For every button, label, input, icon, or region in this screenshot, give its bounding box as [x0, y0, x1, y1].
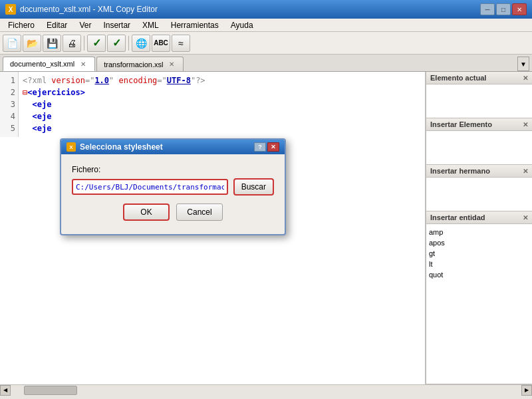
- tab-label-1: documento_xslt.xml: [10, 60, 74, 68]
- horizontal-scrollbar[interactable]: ◀ ▶: [0, 384, 532, 395]
- tab-bar: documento_xslt.xml ✕ transformacion.xsl …: [0, 55, 532, 72]
- validate-btn1[interactable]: ✓: [87, 35, 106, 52]
- tab-close-2[interactable]: ✕: [167, 60, 176, 69]
- select-stylesheet-dialog: X Selecciona stylesheet ? ✕ Fichero: Bus…: [60, 138, 286, 235]
- dialog-file-input[interactable]: [72, 179, 228, 195]
- maximize-button[interactable]: □: [496, 3, 511, 15]
- dialog-cancel-button[interactable]: Cancel: [176, 203, 223, 221]
- dialog-overlay: X Selecciona stylesheet ? ✕ Fichero: Bus…: [0, 72, 532, 384]
- save-button[interactable]: 💾: [43, 35, 61, 52]
- scroll-right-button[interactable]: ▶: [521, 385, 532, 396]
- dialog-buscar-button[interactable]: Buscar: [233, 178, 274, 196]
- dialog-body: Fichero: Buscar OK Cancel: [61, 154, 285, 234]
- scroll-left-button[interactable]: ◀: [0, 385, 11, 396]
- sep2: [128, 36, 129, 51]
- menu-herramientas[interactable]: Herramientas: [166, 20, 224, 31]
- validate-btn2[interactable]: ✓: [107, 35, 126, 52]
- menu-xml[interactable]: XML: [137, 20, 164, 31]
- toolbar: 📄 📂 💾 🖨 ✓ ✓ 🌐 ABC ≈: [0, 32, 532, 55]
- menu-insertar[interactable]: Insertar: [98, 20, 136, 31]
- minimize-button[interactable]: ─: [480, 3, 495, 15]
- tab-scroll-arrow[interactable]: ▼: [517, 57, 529, 71]
- menu-bar: Fichero Editar Ver Insertar XML Herramie…: [0, 19, 532, 32]
- extra-button[interactable]: ≈: [172, 35, 190, 52]
- menu-fichero[interactable]: Fichero: [3, 20, 40, 31]
- menu-editar[interactable]: Editar: [41, 20, 72, 31]
- new-button[interactable]: 📄: [3, 35, 21, 52]
- dialog-title-text: Selecciona stylesheet: [80, 142, 163, 152]
- dialog-file-row: Buscar: [72, 178, 274, 196]
- menu-ver[interactable]: Ver: [74, 20, 96, 31]
- dialog-footer: OK Cancel: [72, 203, 274, 223]
- dialog-file-label: Fichero:: [72, 165, 274, 174]
- web-button[interactable]: 🌐: [132, 35, 150, 52]
- print-button[interactable]: 🖨: [63, 35, 81, 52]
- tab-close-1[interactable]: ✕: [78, 59, 88, 68]
- sep1: [84, 36, 84, 51]
- dialog-app-icon: X: [66, 142, 76, 152]
- dialog-close-button[interactable]: ✕: [267, 142, 279, 152]
- open-button[interactable]: 📂: [23, 35, 41, 52]
- dialog-ok-button[interactable]: OK: [123, 203, 170, 221]
- dialog-title-bar: X Selecciona stylesheet ? ✕: [61, 140, 285, 154]
- dialog-help-button[interactable]: ?: [254, 142, 266, 152]
- close-button[interactable]: ✕: [512, 3, 527, 15]
- app-icon: X: [5, 4, 16, 15]
- scroll-thumb[interactable]: [24, 386, 77, 395]
- window-title: documento_xslt.xml - XML Copy Editor: [20, 5, 158, 14]
- scroll-track[interactable]: [11, 385, 521, 396]
- tab-label-2: transformacion.xsl: [104, 61, 163, 68]
- tab-transformacion[interactable]: transformacion.xsl ✕: [96, 57, 184, 71]
- status-bar: Ln 2 Col 1: [0, 395, 532, 399]
- spell-button[interactable]: ABC: [152, 35, 170, 52]
- tab-documento-xslt[interactable]: documento_xslt.xml ✕: [3, 57, 95, 71]
- menu-ayuda[interactable]: Ayuda: [225, 20, 259, 31]
- title-bar: X documento_xslt.xml - XML Copy Editor ─…: [0, 0, 532, 19]
